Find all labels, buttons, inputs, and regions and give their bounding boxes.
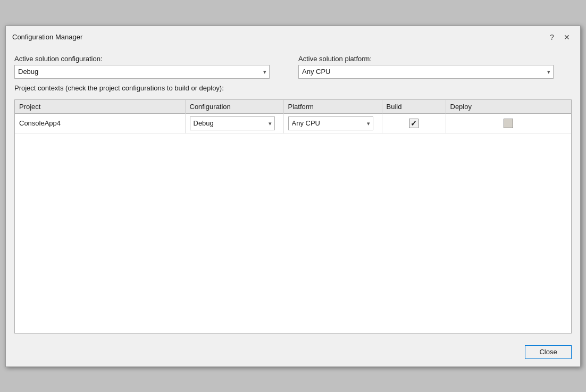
table-container: Project Configuration Platform Build Dep bbox=[14, 99, 572, 333]
header-build: Build bbox=[382, 100, 446, 114]
table-row: ConsoleApp4 Debug Release bbox=[15, 113, 571, 133]
header-platform: Platform bbox=[283, 100, 382, 114]
build-checkbox[interactable] bbox=[409, 119, 418, 128]
cell-project: ConsoleApp4 bbox=[15, 113, 185, 133]
build-checkbox-wrapper bbox=[387, 119, 441, 128]
active-platform-label: Active solution platform: bbox=[298, 55, 572, 63]
header-deploy: Deploy bbox=[446, 100, 571, 114]
table-body: ConsoleApp4 Debug Release bbox=[15, 113, 571, 133]
dialog-body: Active solution configuration: Debug Rel… bbox=[6, 47, 580, 342]
project-contexts-label: Project contexts (check the project conf… bbox=[14, 84, 572, 92]
row-config-dropdown[interactable]: Debug Release bbox=[190, 116, 275, 130]
top-section: Active solution configuration: Debug Rel… bbox=[14, 55, 572, 79]
active-platform-group: Active solution platform: Any CPU x86 x6… bbox=[298, 55, 572, 79]
active-config-dropdown[interactable]: Debug Release bbox=[14, 65, 270, 79]
active-platform-dropdown-wrapper: Any CPU x86 x64 bbox=[298, 65, 554, 79]
header-project: Project bbox=[15, 100, 185, 114]
title-bar-controls: ? ✕ bbox=[545, 31, 574, 43]
close-button[interactable]: Close bbox=[525, 345, 572, 359]
active-config-group: Active solution configuration: Debug Rel… bbox=[14, 55, 288, 79]
configuration-manager-dialog: Configuration Manager ? ✕ Active solutio… bbox=[5, 26, 581, 367]
dialog-title: Configuration Manager bbox=[12, 33, 82, 41]
cell-configuration: Debug Release bbox=[185, 113, 283, 133]
deploy-checkbox[interactable] bbox=[504, 119, 513, 128]
help-button[interactable]: ? bbox=[545, 31, 559, 43]
deploy-checkbox-wrapper bbox=[450, 119, 567, 128]
table-header: Project Configuration Platform Build Dep bbox=[15, 100, 571, 114]
active-config-dropdown-wrapper: Debug Release bbox=[14, 65, 270, 79]
close-title-button[interactable]: ✕ bbox=[560, 31, 574, 43]
row-platform-dropdown-wrapper: Any CPU x86 x64 bbox=[288, 116, 373, 130]
cell-build bbox=[382, 113, 446, 133]
active-platform-dropdown[interactable]: Any CPU x86 x64 bbox=[298, 65, 554, 79]
row-platform-dropdown[interactable]: Any CPU x86 x64 bbox=[288, 116, 373, 130]
header-row: Project Configuration Platform Build Dep bbox=[15, 100, 571, 114]
project-table: Project Configuration Platform Build Dep bbox=[15, 100, 571, 134]
header-configuration: Configuration bbox=[185, 100, 283, 114]
active-config-label: Active solution configuration: bbox=[14, 55, 288, 63]
title-bar: Configuration Manager ? ✕ bbox=[6, 26, 580, 47]
row-config-dropdown-wrapper: Debug Release bbox=[190, 116, 275, 130]
cell-platform: Any CPU x86 x64 bbox=[283, 113, 382, 133]
footer: Close bbox=[6, 342, 580, 366]
cell-deploy bbox=[446, 113, 571, 133]
